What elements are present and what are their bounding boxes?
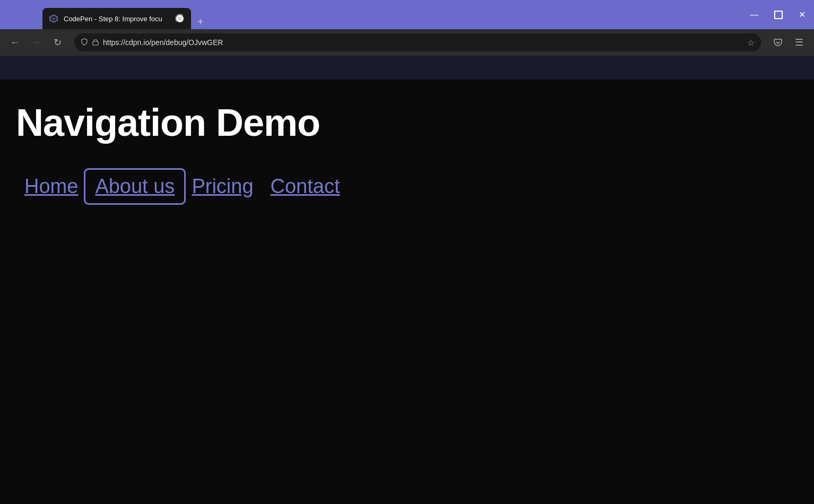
forward-icon: → <box>31 37 41 48</box>
address-bar-container: ☆ <box>74 33 761 51</box>
menu-icon: ☰ <box>795 37 803 48</box>
address-input[interactable] <box>103 38 743 47</box>
shield-icon <box>81 38 88 47</box>
nav-link-about[interactable]: About us <box>86 171 183 202</box>
nav-links-list: Home About us Pricing Contact <box>16 171 798 202</box>
back-button[interactable]: ← <box>6 34 23 51</box>
active-tab[interactable]: CodePen - Step 8: Improve focu × <box>42 8 191 29</box>
toolbar-right: ☰ <box>769 34 808 51</box>
navigation: Home About us Pricing Contact <box>16 171 798 202</box>
tab-bar: CodePen - Step 8: Improve focu × + <box>0 0 814 29</box>
page-title: Navigation Demo <box>16 101 798 144</box>
pocket-button[interactable] <box>769 34 786 51</box>
tab-close-button[interactable]: × <box>175 14 185 23</box>
minimize-button[interactable] <box>742 0 766 29</box>
svg-rect-1 <box>93 41 98 45</box>
nav-link-pricing[interactable]: Pricing <box>183 171 262 202</box>
maximize-button[interactable] <box>766 0 790 29</box>
nav-link-home[interactable]: Home <box>16 171 86 202</box>
refresh-icon: ↻ <box>54 37 62 48</box>
page-content: Navigation Demo Home About us Pricing Co… <box>0 80 814 504</box>
bookmark-button[interactable]: ☆ <box>747 38 755 48</box>
browser-chrome: CodePen - Step 8: Improve focu × + ← → ↻ <box>0 0 814 80</box>
nav-toolbar: ← → ↻ ☆ <box>0 29 814 56</box>
tab-favicon <box>49 14 58 23</box>
tab-title: CodePen - Step 8: Improve focu <box>64 15 170 23</box>
back-icon: ← <box>10 37 20 48</box>
tab-bar-wrapper: CodePen - Step 8: Improve focu × + <box>42 0 210 29</box>
new-tab-button[interactable]: + <box>191 16 210 27</box>
refresh-button[interactable]: ↻ <box>49 34 66 51</box>
forward-button[interactable]: → <box>28 34 45 51</box>
nav-link-contact[interactable]: Contact <box>262 171 349 202</box>
lock-icon <box>92 38 99 47</box>
close-window-button[interactable] <box>790 0 814 29</box>
menu-button[interactable]: ☰ <box>791 34 808 51</box>
window-controls <box>742 0 814 29</box>
